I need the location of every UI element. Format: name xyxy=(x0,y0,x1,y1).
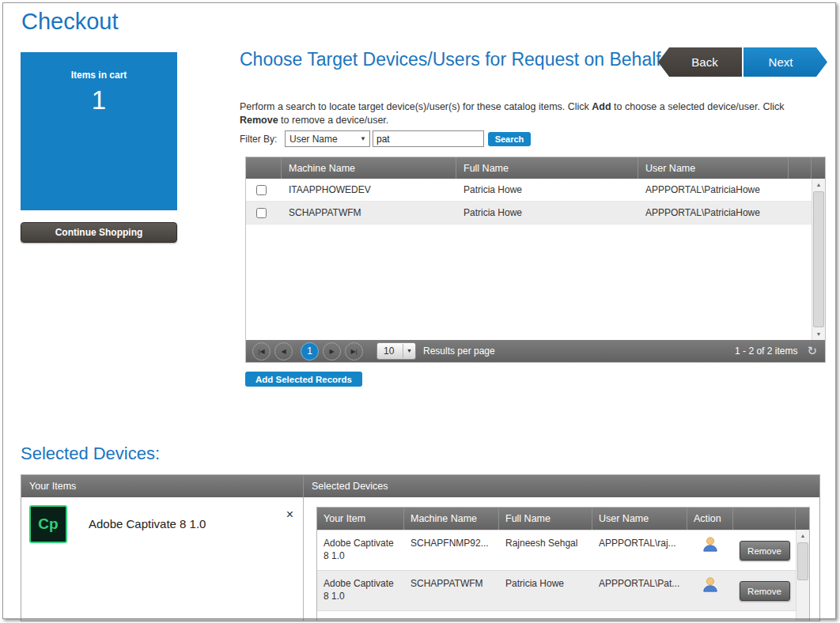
user-icon xyxy=(702,535,719,553)
cell-full-name: Patricia Howe xyxy=(456,202,638,224)
column-remove xyxy=(733,508,796,530)
instructions-bold-add: Add xyxy=(592,101,611,112)
cell-machine-name: SCHAPFNMP92... xyxy=(404,530,499,570)
search-button[interactable]: Search xyxy=(488,132,531,146)
grid-column-full-name: Full Name xyxy=(456,157,638,179)
remove-button[interactable]: Remove xyxy=(740,581,790,601)
selected-devices-header: Selected Devices xyxy=(304,475,819,497)
page-size-value: 10 xyxy=(377,345,403,357)
cart-items-count: 1 xyxy=(21,85,177,115)
grid-pager: |◀ ◀ 1 ▶ ▶| 10 ▼ Results per page 1 - 2 … xyxy=(246,340,825,362)
instructions-part1: Perform a search to locate target device… xyxy=(240,101,592,112)
column-your-item: Your Item xyxy=(317,508,404,530)
cell-remove: Remove xyxy=(733,530,796,570)
column-action: Action xyxy=(687,508,733,530)
filter-by-dropdown[interactable]: User Name ▼ xyxy=(285,130,370,147)
row-checkbox[interactable] xyxy=(256,185,267,195)
refresh-icon[interactable]: ↻ xyxy=(807,344,817,358)
table-row[interactable]: SCHAPPATWFM Patricia Howe APPPORTAL\Patr… xyxy=(246,202,825,225)
cell-user-name: APPPORTAL\Pat... xyxy=(592,571,687,610)
back-button[interactable]: Back xyxy=(658,47,742,77)
results-per-page-label: Results per page xyxy=(423,345,495,357)
cell-your-item: Adobe Captivate 8 1.0 xyxy=(317,530,404,570)
cell-action xyxy=(687,530,733,570)
instructions-bold-remove: Remove xyxy=(240,115,278,126)
grid-column-filler xyxy=(789,157,812,179)
section-heading: Choose Target Devices/Users for Request … xyxy=(240,48,671,71)
cart-item-name: Adobe Captivate 8 1.0 xyxy=(67,505,286,543)
cell-remove: Remove xyxy=(733,571,796,610)
cell-action xyxy=(687,571,733,610)
column-full-name: Full Name xyxy=(499,508,592,530)
grid-scrollbar-cap xyxy=(812,157,825,179)
pager-first-button[interactable]: |◀ xyxy=(252,342,271,361)
selected-devices-heading: Selected Devices: xyxy=(21,444,160,464)
table-row: Adobe Captivate 8 1.0 SCHAPPATWFM Patric… xyxy=(317,570,809,610)
chevron-down-icon: ▼ xyxy=(403,344,415,358)
table-row[interactable]: ITAAPPHOWEDEV Patricia Howe APPPORTAL\Pa… xyxy=(246,179,825,202)
table-scrollbar-cap xyxy=(796,508,809,530)
pager-previous-button[interactable]: ◀ xyxy=(274,342,293,361)
pager-next-button[interactable]: ▶ xyxy=(323,342,341,361)
add-selected-records-button[interactable]: Add Selected Records xyxy=(245,372,362,387)
grid-body: ITAAPPHOWEDEV Patricia Howe APPPORTAL\Pa… xyxy=(246,179,825,340)
row-checkbox[interactable] xyxy=(256,208,267,218)
search-results-grid: Machine Name Full Name User Name ITAAPPH… xyxy=(245,157,826,363)
grid-header-row: Machine Name Full Name User Name xyxy=(246,157,825,179)
instructions-part2: to choose a selected device/user. Click xyxy=(611,101,785,112)
remove-button[interactable]: Remove xyxy=(740,541,790,561)
cell-full-name: Rajneesh Sehgal xyxy=(499,530,592,570)
row-select-cell xyxy=(246,179,282,201)
selected-table-header-row: Your Item Machine Name Full Name User Na… xyxy=(317,508,809,530)
pager-items-count: 1 - 2 of 2 items xyxy=(735,345,797,357)
page-title: Checkout xyxy=(21,9,119,35)
next-button[interactable]: Next xyxy=(744,47,827,77)
cell-user-name: APPPORTAL\raj... xyxy=(592,530,687,570)
search-input[interactable] xyxy=(373,130,484,147)
your-items-panel: Cp Adobe Captivate 8 1.0 × xyxy=(21,497,304,621)
cell-user-name: APPPORTAL\PatriciaHowe xyxy=(638,179,789,201)
selected-devices-table: Your Item Machine Name Full Name User Na… xyxy=(316,507,810,621)
cell-machine-name: SCHAPPATWFM xyxy=(404,571,499,610)
page-size-dropdown[interactable]: 10 ▼ xyxy=(376,342,416,360)
column-machine-name: Machine Name xyxy=(404,508,499,530)
filter-by-label: Filter By: xyxy=(240,134,277,145)
cart-items-label: Items in cart xyxy=(21,52,177,81)
grid-column-user-name: User Name xyxy=(638,157,789,179)
grid-column-machine-name: Machine Name xyxy=(282,157,456,179)
cell-user-name: APPPORTAL\PatriciaHowe xyxy=(638,202,789,224)
scrollbar-thumb[interactable] xyxy=(813,191,824,327)
cell-full-name: Patricia Howe xyxy=(499,571,592,610)
adobe-captivate-logo-icon: Cp xyxy=(29,505,67,543)
table-vertical-scrollbar: ▲ xyxy=(796,530,809,621)
grid-select-column-header xyxy=(246,157,282,179)
scrollbar-down-arrow-icon[interactable]: ▼ xyxy=(812,328,825,340)
chevron-down-icon: ▼ xyxy=(357,135,369,142)
table-row: Adobe Captivate 8 1.0 SCHAPFNMP92... Raj… xyxy=(317,530,809,570)
grid-vertical-scrollbar: ▲ ▼ xyxy=(812,179,825,340)
pager-last-button[interactable]: ▶| xyxy=(345,342,363,361)
cart-item-row: Cp Adobe Captivate 8 1.0 × xyxy=(21,497,303,543)
cell-full-name: Patricia Howe xyxy=(456,179,638,201)
close-icon[interactable]: × xyxy=(286,509,293,543)
column-user-name: User Name xyxy=(592,508,687,530)
cell-machine-name: ITAAPPHOWEDEV xyxy=(282,179,456,201)
user-icon xyxy=(702,576,719,593)
table-row-partial xyxy=(317,610,809,621)
scrollbar-up-arrow-icon[interactable]: ▲ xyxy=(812,179,825,191)
row-select-cell xyxy=(246,202,282,224)
cell-machine-name: SCHAPPATWFM xyxy=(282,202,456,224)
cell-your-item: Adobe Captivate 8 1.0 xyxy=(317,571,404,610)
cart-summary-box: Items in cart 1 xyxy=(21,52,177,210)
your-items-header: Your Items xyxy=(21,475,304,497)
scrollbar-up-arrow-icon[interactable]: ▲ xyxy=(796,530,809,542)
checkout-page: Checkout Items in cart 1 Continue Shoppi… xyxy=(0,0,840,623)
instructions-text: Perform a search to locate target device… xyxy=(240,100,823,127)
pager-page-1-button[interactable]: 1 xyxy=(301,342,319,361)
selected-devices-panel: Your Items Selected Devices Cp Adobe Cap… xyxy=(21,474,820,621)
filter-by-dropdown-value: User Name xyxy=(286,134,357,145)
instructions-part3: to remove a device/user. xyxy=(278,115,389,126)
scrollbar-thumb[interactable] xyxy=(797,542,808,580)
continue-shopping-button[interactable]: Continue Shopping xyxy=(21,222,177,243)
